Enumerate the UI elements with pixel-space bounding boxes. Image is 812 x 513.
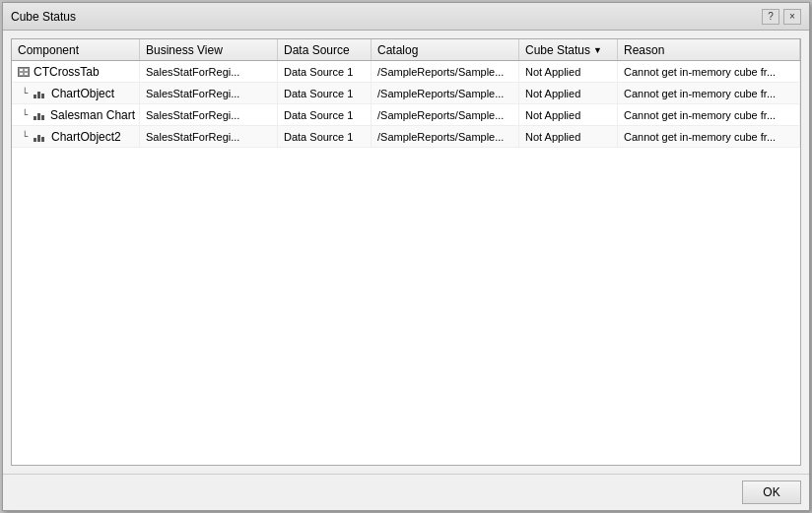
col-header-cube-status[interactable]: Cube Status ▼: [519, 39, 618, 60]
title-bar-right: ? ×: [762, 9, 801, 25]
table-header: Component Business View Data Source Cata…: [12, 39, 800, 61]
help-button[interactable]: ?: [762, 9, 779, 25]
cell-reason-1: Cannot get in-memory cube fr...: [618, 83, 800, 103]
table-row[interactable]: └ ChartObject SalesStatForRegi... Data S…: [12, 83, 800, 104]
table-row[interactable]: └ ChartObject2 SalesStatForRegi... Data …: [12, 126, 800, 148]
cell-bv-0: SalesStatForRegi...: [140, 61, 278, 82]
table-body: CTCrossTab SalesStatForRegi... Data Sour…: [12, 61, 800, 465]
cell-catalog-0: /SampleReports/Sample...: [372, 61, 519, 82]
cell-bv-2: SalesStatForRegi...: [140, 104, 278, 125]
cell-cs-1: Not Applied: [519, 83, 618, 103]
col-header-data-source[interactable]: Data Source: [278, 39, 372, 60]
col-header-catalog[interactable]: Catalog: [372, 39, 519, 60]
table-icon: [18, 67, 30, 77]
cell-bv-1: SalesStatForRegi...: [140, 83, 278, 103]
ok-button[interactable]: OK: [742, 481, 801, 504]
cell-cs-3: Not Applied: [519, 126, 618, 147]
cell-reason-3: Cannot get in-memory cube fr...: [618, 126, 800, 147]
chart-icon: [34, 110, 44, 120]
table-row[interactable]: CTCrossTab SalesStatForRegi... Data Sour…: [12, 61, 800, 83]
cell-component-0: CTCrossTab: [12, 61, 140, 82]
cell-ds-1: Data Source 1: [278, 83, 372, 103]
title-bar: Cube Status ? ×: [3, 3, 809, 31]
tree-connector-icon: └: [22, 131, 28, 142]
cell-bv-3: SalesStatForRegi...: [140, 126, 278, 147]
cell-component-2: └ Salesman Chart: [12, 104, 140, 125]
cell-reason-0: Cannot get in-memory cube fr...: [618, 61, 800, 82]
chart-icon: [34, 89, 45, 98]
table-row[interactable]: └ Salesman Chart SalesStatForRegi... Dat…: [12, 104, 800, 126]
cell-ds-2: Data Source 1: [278, 104, 372, 125]
col-header-business-view[interactable]: Business View: [140, 39, 278, 60]
data-table: Component Business View Data Source Cata…: [11, 38, 801, 466]
cell-catalog-1: /SampleReports/Sample...: [372, 83, 519, 103]
title-bar-left: Cube Status: [11, 10, 76, 24]
tree-connector-icon: └: [22, 109, 28, 120]
cell-catalog-2: /SampleReports/Sample...: [372, 104, 519, 125]
cell-catalog-3: /SampleReports/Sample...: [372, 126, 519, 147]
cell-ds-0: Data Source 1: [278, 61, 372, 82]
dialog-body: Component Business View Data Source Cata…: [3, 31, 809, 474]
cell-ds-3: Data Source 1: [278, 126, 372, 147]
sort-indicator-cube-status: ▼: [593, 45, 602, 55]
dialog-title: Cube Status: [11, 10, 76, 24]
cell-component-3: └ ChartObject2: [12, 126, 140, 147]
cell-reason-2: Cannot get in-memory cube fr...: [618, 104, 800, 125]
chart-icon: [34, 132, 45, 142]
dialog-footer: OK: [3, 474, 809, 510]
cell-cs-0: Not Applied: [519, 61, 618, 82]
col-header-component[interactable]: Component: [12, 39, 140, 60]
cell-component-1: └ ChartObject: [12, 83, 140, 103]
col-header-reason[interactable]: Reason: [618, 39, 800, 60]
tree-connector-icon: └: [22, 88, 28, 98]
close-button[interactable]: ×: [783, 9, 801, 25]
cell-cs-2: Not Applied: [519, 104, 618, 125]
cube-status-dialog: Cube Status ? × Component Business View …: [2, 2, 810, 511]
